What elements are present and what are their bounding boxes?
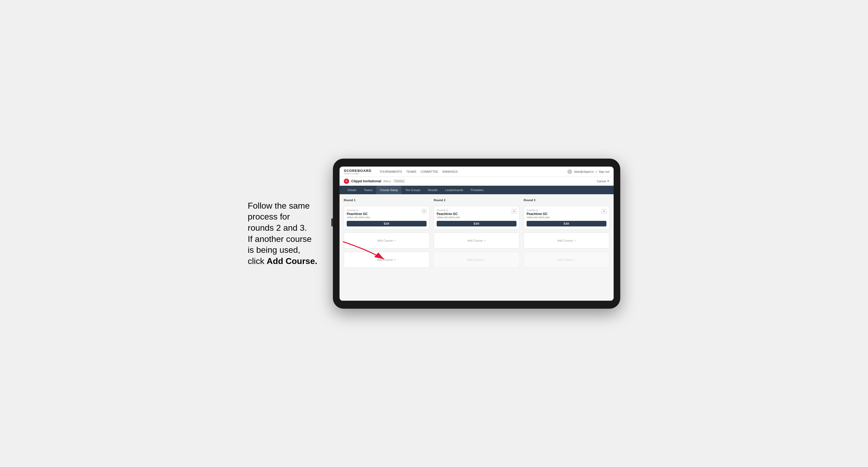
round-2-course-card: (Course A) Peachtree GC Yellow (M) (6629… [434,206,519,229]
tab-details[interactable]: Details [344,186,360,194]
tab-course-setup[interactable]: Course Setup [376,186,402,194]
round-3-column: Round 3 (Course A) Peachtree GC Yellow (… [524,198,609,268]
add-course-text-r3-1: Add Course + [557,239,576,242]
round-2-course-label: (Course A) [437,209,512,212]
round-2-add-course-1[interactable]: Add Course + [434,232,519,249]
add-course-text-r2-1: Add Course + [467,239,486,242]
nav-tournaments[interactable]: TOURNAMENTS [379,169,402,174]
round-1-column: Round 1 (Course A) Peachtree GC Yellow (… [344,198,430,268]
cancel-icon: ✕ [607,179,609,183]
round-3-course-card: (Course A) Peachtree GC Yellow (M) (6629… [524,206,609,229]
round-3-remove-icon[interactable]: ✕ [602,209,607,214]
add-course-text-r3-2: Add Course + [557,257,576,261]
plus-icon-2: + [394,257,396,261]
tab-bar: Details Teams Course Setup Tee Groups Re… [340,186,614,194]
logo-text: SCOREBOARD [344,169,371,173]
round-1-course-name: Peachtree GC [347,212,422,216]
round-1-edit-button[interactable]: Edit [347,221,427,226]
plus-icon-r3: + [574,239,576,242]
instruction-text: Follow the same process for rounds 2 and… [248,200,322,267]
round-1-course-detail: Yellow (M) (6629 yds) [347,216,422,219]
round-1-title: Round 1 [344,198,430,202]
tournament-name: Clippd Invitational [351,179,381,183]
round-2-add-course-2: Add Course + [434,252,519,268]
round-3-course-detail: Yellow (M) (6629 yds) [527,216,602,219]
user-avatar [567,169,572,174]
plus-icon-r3-2: + [574,257,576,261]
round-2-course-detail: Yellow (M) (6629 yds) [437,216,512,219]
tab-leaderboards[interactable]: Leaderboards [441,186,467,194]
round-2-edit-button[interactable]: Edit [437,221,517,226]
nav-committee[interactable]: COMMITTEE [421,169,438,174]
nav-rankings[interactable]: RANKINGS [442,169,458,174]
logo: SCOREBOARD Powered by clippd [344,169,371,175]
round-2-remove-icon[interactable]: ✕ [512,209,517,214]
tablet-device: SCOREBOARD Powered by clippd TOURNAMENTS… [333,159,620,309]
tab-tee-groups[interactable]: Tee Groups [402,186,424,194]
round-2-column: Round 2 (Course A) Peachtree GC Yellow (… [434,198,519,268]
gender-tag: (Men) [383,180,391,183]
tab-printables[interactable]: Printables [467,186,488,194]
nav-links: TOURNAMENTS TEAMS COMMITTEE RANKINGS [379,169,562,174]
user-email: blair@clippd.io [574,170,593,173]
add-course-text-r2-2: Add Course + [467,257,486,261]
round-3-course-name: Peachtree GC [527,212,602,216]
round-1-course-label: (Course A) [347,209,422,212]
round-1-add-course-2[interactable]: Add Course + [344,252,430,268]
logo-sub: Powered by clippd [344,173,371,175]
nav-teams[interactable]: TEAMS [406,169,416,174]
round-3-add-course-1[interactable]: Add Course + [524,232,609,249]
plus-icon: + [394,239,396,242]
plus-icon-r2: + [484,239,486,242]
round-1-course-card: (Course A) Peachtree GC Yellow (M) (6629… [344,206,430,229]
cancel-button[interactable]: Cancel ✕ [597,179,609,183]
round-1-remove-icon[interactable]: ✕ [422,209,427,214]
sub-header: C Clippd Invitational (Men) Hosting Canc… [340,177,614,186]
round-2-course-name: Peachtree GC [437,212,512,216]
add-course-text-r1-1: Add Course + [377,239,396,242]
nav-right: blair@clippd.io | Sign out [567,169,609,174]
nav-separator: | [596,170,597,173]
tab-results[interactable]: Results [424,186,441,194]
round-3-course-label: (Course A) [527,209,602,212]
round-1-add-course-1[interactable]: Add Course + [344,232,430,249]
sign-out-link[interactable]: Sign out [599,169,609,174]
round-3-title: Round 3 [524,198,609,202]
round-3-edit-button[interactable]: Edit [527,221,607,226]
add-course-text-r1-2: Add Course + [377,257,396,261]
clippd-icon: C [344,179,349,184]
round-2-title: Round 2 [434,198,519,202]
hosting-badge: Hosting [393,179,405,183]
sub-header-left: C Clippd Invitational (Men) Hosting [344,179,405,184]
tab-teams[interactable]: Teams [360,186,376,194]
round-3-add-course-2: Add Course + [524,252,609,268]
rounds-grid: Round 1 (Course A) Peachtree GC Yellow (… [344,198,609,268]
plus-icon-r2-2: + [484,257,486,261]
top-nav: SCOREBOARD Powered by clippd TOURNAMENTS… [340,166,614,177]
main-content: Round 1 (Course A) Peachtree GC Yellow (… [340,194,614,301]
